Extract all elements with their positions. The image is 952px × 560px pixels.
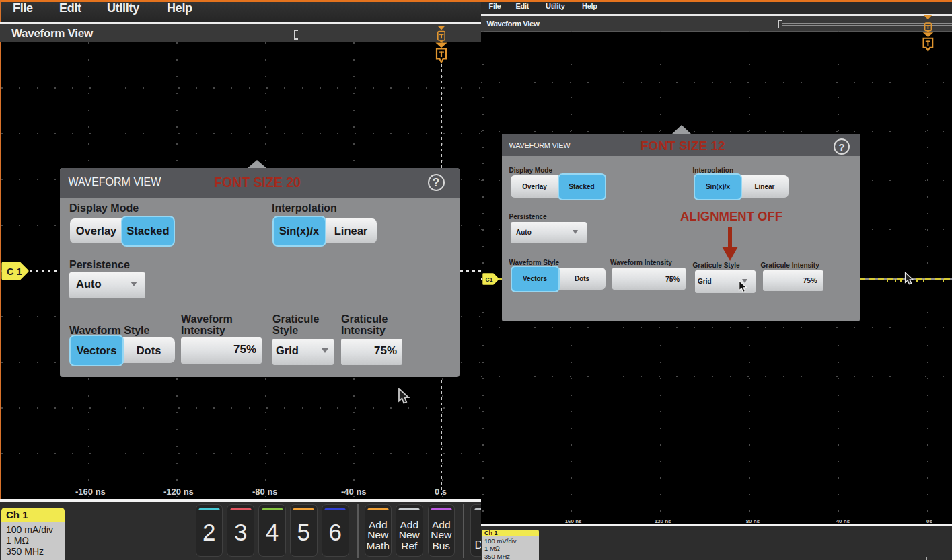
svg-text:C1: C1 bbox=[486, 276, 493, 282]
svg-text:C 1: C 1 bbox=[7, 266, 22, 277]
